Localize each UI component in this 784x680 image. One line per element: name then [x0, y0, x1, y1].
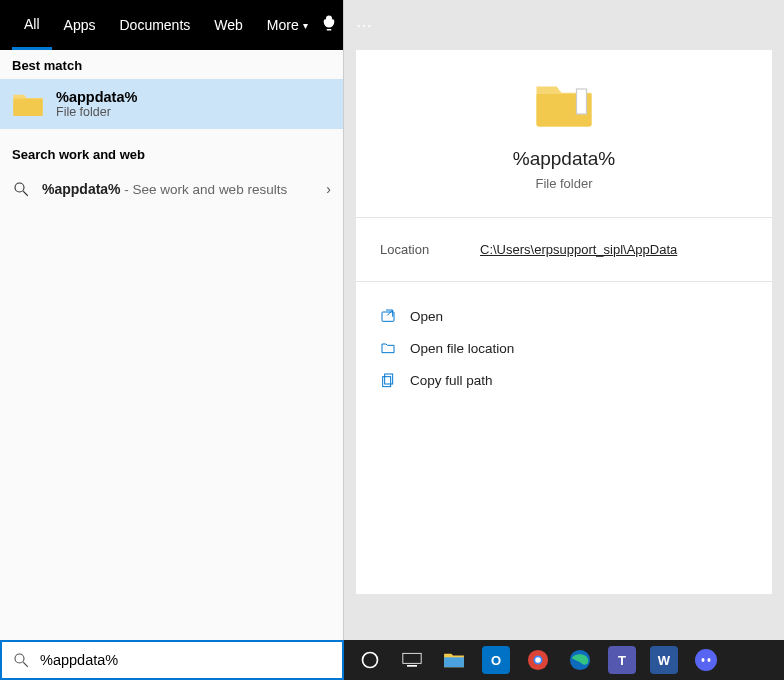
open-icon: [380, 308, 396, 324]
best-match-header: Best match: [0, 50, 343, 79]
search-web-header: Search work and web: [0, 139, 343, 168]
svg-rect-10: [407, 665, 417, 667]
svg-rect-2: [577, 89, 587, 114]
taskbar-word[interactable]: W: [650, 646, 678, 674]
taskbar-cortana[interactable]: [356, 646, 384, 674]
search-icon: [12, 180, 30, 198]
taskbar-teams[interactable]: T: [608, 646, 636, 674]
action-open-location[interactable]: Open file location: [378, 332, 750, 364]
svg-point-18: [708, 658, 711, 662]
taskbar-chrome[interactable]: [524, 646, 552, 674]
svg-point-14: [535, 657, 541, 663]
result-subtitle: File folder: [56, 105, 137, 119]
detail-location: Location C:\Users\erpsupport_sipl\AppDat…: [356, 218, 772, 282]
svg-rect-9: [403, 653, 421, 663]
folder-open-icon: [380, 340, 396, 356]
svg-point-0: [15, 183, 24, 192]
detail-actions: Open Open file location Copy full path: [356, 282, 772, 414]
best-match-result[interactable]: %appdata% File folder: [0, 79, 343, 129]
taskbar: O T W: [344, 640, 784, 680]
tab-more-label: More: [267, 17, 299, 33]
detail-hero: %appdata% File folder: [356, 50, 772, 218]
svg-point-6: [15, 654, 24, 663]
tab-web[interactable]: Web: [202, 0, 255, 50]
feedback-icon[interactable]: [320, 14, 338, 36]
svg-point-16: [695, 649, 717, 671]
web-result[interactable]: %appdata% - See work and web results ›: [0, 168, 343, 210]
action-open-location-label: Open file location: [410, 341, 514, 356]
search-panel: All Apps Documents Web More ▾ ⋯ Best mat…: [0, 0, 344, 640]
folder-icon: [12, 90, 44, 118]
svg-point-17: [702, 658, 705, 662]
search-input[interactable]: [40, 652, 332, 668]
taskbar-edge[interactable]: [566, 646, 594, 674]
detail-subtitle: File folder: [535, 176, 592, 191]
tab-documents[interactable]: Documents: [107, 0, 202, 50]
svg-point-8: [363, 653, 378, 668]
search-tabs: All Apps Documents Web More ▾ ⋯: [0, 0, 343, 50]
svg-line-1: [23, 191, 28, 196]
search-box[interactable]: [0, 640, 344, 680]
tab-more[interactable]: More ▾: [255, 0, 320, 50]
search-icon: [12, 651, 30, 669]
svg-rect-11: [444, 657, 464, 667]
folder-icon: [534, 78, 594, 130]
web-term: %appdata%: [42, 181, 121, 197]
svg-rect-5: [383, 377, 391, 387]
web-hint: - See work and web results: [121, 182, 288, 197]
detail-title: %appdata%: [513, 148, 615, 170]
location-path[interactable]: C:\Users\erpsupport_sipl\AppData: [480, 242, 677, 257]
action-copy-path-label: Copy full path: [410, 373, 493, 388]
taskbar-explorer[interactable]: [440, 646, 468, 674]
more-options-icon[interactable]: ⋯: [356, 16, 372, 35]
chevron-right-icon: ›: [326, 181, 331, 197]
tab-apps[interactable]: Apps: [52, 0, 108, 50]
taskbar-outlook[interactable]: O: [482, 646, 510, 674]
svg-line-7: [23, 662, 28, 667]
result-title: %appdata%: [56, 89, 137, 105]
detail-panel: %appdata% File folder Location C:\Users\…: [356, 50, 772, 594]
svg-rect-4: [385, 374, 393, 384]
taskbar-discord[interactable]: [692, 646, 720, 674]
action-open[interactable]: Open: [378, 300, 750, 332]
action-copy-path[interactable]: Copy full path: [378, 364, 750, 396]
taskbar-taskview[interactable]: [398, 646, 426, 674]
location-label: Location: [380, 242, 480, 257]
tab-all[interactable]: All: [12, 0, 52, 50]
chevron-down-icon: ▾: [303, 20, 308, 31]
action-open-label: Open: [410, 309, 443, 324]
copy-icon: [380, 372, 396, 388]
